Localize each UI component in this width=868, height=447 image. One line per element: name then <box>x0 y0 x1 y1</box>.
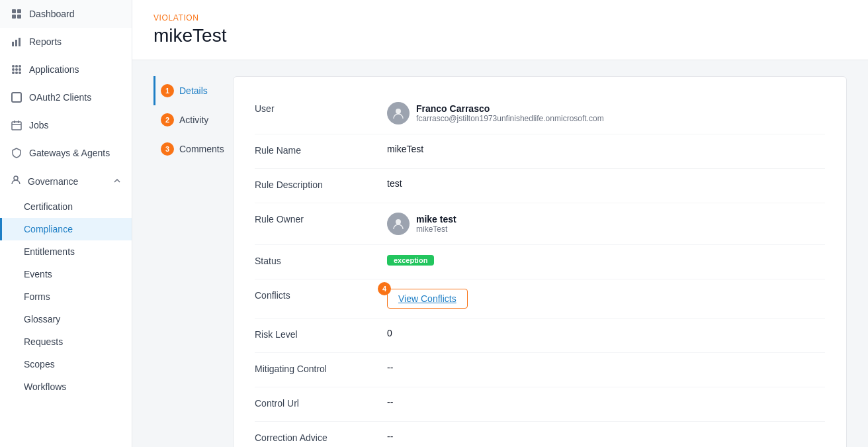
shield-icon <box>11 147 22 159</box>
rule-owner-label: Rule Owner <box>255 213 387 224</box>
rule-desc-value: test <box>387 178 825 189</box>
sidebar-item-label: Applications <box>29 64 79 75</box>
svg-rect-1 <box>17 9 21 13</box>
sidebar-item-jobs[interactable]: Jobs <box>0 111 132 139</box>
correction-value: -- <box>387 431 825 442</box>
sidebar-item-reports[interactable]: Reports <box>0 28 132 56</box>
avatar <box>387 102 410 124</box>
svg-point-8 <box>15 65 18 68</box>
detail-panel: User Franco Carrasco fcarrasco@jstilton1… <box>233 76 847 447</box>
sub-label: Glossary <box>24 314 60 324</box>
sidebar-item-applications[interactable]: Applications <box>0 56 132 83</box>
calendar-icon <box>11 119 22 131</box>
control-url-label: Control Url <box>255 397 387 409</box>
svg-rect-5 <box>15 40 17 46</box>
sidebar-sub-requests[interactable]: Requests <box>0 330 132 353</box>
user-label: User <box>255 102 387 114</box>
mitigating-value: -- <box>387 362 825 373</box>
sub-label: Compliance <box>24 224 73 234</box>
sidebar-sub-compliance[interactable]: Compliance <box>0 218 132 240</box>
person-icon <box>11 175 21 187</box>
risk-level-value: 0 <box>387 328 825 338</box>
user-email: fcarrasco@jstilton1973unfinishedlife.onm… <box>416 114 604 123</box>
grid-icon <box>11 8 22 20</box>
correction-row: Correction Advice -- <box>255 422 825 447</box>
control-url-value: -- <box>387 397 825 407</box>
sub-label: Scopes <box>24 359 55 370</box>
chevron-up-icon <box>113 176 121 187</box>
svg-point-14 <box>15 72 18 74</box>
rule-desc-row: Rule Description test <box>255 169 825 203</box>
user-value: Franco Carrasco fcarrasco@jstilton1973un… <box>387 102 825 124</box>
sidebar-sub-glossary[interactable]: Glossary <box>0 308 132 330</box>
sidebar-sub-workflows[interactable]: Workflows <box>0 375 132 398</box>
sub-label: Forms <box>24 291 50 302</box>
sidebar-item-label: Dashboard <box>29 9 75 19</box>
sidebar-sub-forms[interactable]: Forms <box>0 285 132 308</box>
svg-point-7 <box>12 65 15 68</box>
svg-point-11 <box>15 68 18 71</box>
rule-name-row: Rule Name mikeTest <box>255 134 825 169</box>
page-header: Violation mikeTest <box>132 0 868 60</box>
conflicts-value: 4 View Conflicts <box>387 289 825 309</box>
conflicts-step-badge: 4 <box>378 282 391 295</box>
sidebar-item-governance[interactable]: Governance <box>0 167 132 195</box>
sidebar-item-oauth2[interactable]: OAuth2 Clients <box>0 83 132 111</box>
risk-level-row: Risk Level 0 <box>255 319 825 353</box>
apps-icon <box>11 64 22 75</box>
main-content: Violation mikeTest 1 Details 2 Activity … <box>132 0 868 447</box>
svg-rect-6 <box>19 38 21 46</box>
sidebar-item-label: Jobs <box>29 120 49 130</box>
side-tabs: 1 Details 2 Activity 3 Comments <box>153 76 233 447</box>
breadcrumb: Violation <box>153 13 847 23</box>
svg-point-23 <box>396 219 401 224</box>
user-info: Franco Carrasco fcarrasco@jstilton1973un… <box>387 102 825 124</box>
svg-point-9 <box>19 65 21 68</box>
sidebar-item-label: Reports <box>29 36 62 47</box>
svg-rect-0 <box>12 9 16 13</box>
owner-avatar <box>387 213 410 235</box>
risk-level-label: Risk Level <box>255 328 387 340</box>
tab-label: Activity <box>179 115 208 125</box>
step-badge-2: 2 <box>161 113 174 126</box>
sidebar-sub-entitlements[interactable]: Entitlements <box>0 240 132 263</box>
control-url-row: Control Url -- <box>255 387 825 422</box>
sidebar-item-dashboard[interactable]: Dashboard <box>0 0 132 28</box>
owner-info: mike test mikeTest <box>387 213 825 235</box>
tab-activity[interactable]: 2 Activity <box>153 105 233 134</box>
svg-point-15 <box>19 72 21 74</box>
sidebar: Dashboard Reports Applications OAuth2 Cl… <box>0 0 132 447</box>
svg-point-21 <box>14 176 18 180</box>
sidebar-item-label: Gateways & Agents <box>29 148 110 158</box>
mitigating-label: Mitigating Control <box>255 362 387 374</box>
view-conflicts-button[interactable]: View Conflicts <box>387 289 468 309</box>
owner-name: mike test <box>416 214 456 224</box>
status-value: exception <box>387 254 825 266</box>
sub-label: Certification <box>24 201 73 212</box>
owner-sub: mikeTest <box>416 224 456 234</box>
user-name: Franco Carrasco <box>416 103 604 114</box>
sidebar-item-label: OAuth2 Clients <box>29 92 91 103</box>
status-label: Status <box>255 254 387 266</box>
sidebar-sub-events[interactable]: Events <box>0 263 132 285</box>
sidebar-sub-certification[interactable]: Certification <box>0 195 132 218</box>
step-badge-1: 1 <box>161 84 174 97</box>
svg-point-22 <box>396 109 401 114</box>
tab-comments[interactable]: 3 Comments <box>153 134 233 164</box>
step-badge-3: 3 <box>161 142 174 156</box>
sidebar-item-gateways[interactable]: Gateways & Agents <box>0 139 132 167</box>
svg-rect-4 <box>12 42 14 46</box>
owner-details: mike test mikeTest <box>416 214 456 234</box>
square-icon <box>11 91 22 103</box>
tab-label: Details <box>179 85 208 96</box>
rule-name-label: Rule Name <box>255 144 387 156</box>
sidebar-governance-label: Governance <box>28 176 78 187</box>
status-row: Status exception <box>255 245 825 279</box>
sidebar-sub-scopes[interactable]: Scopes <box>0 353 132 375</box>
conflicts-label: Conflicts <box>255 289 387 301</box>
tab-details[interactable]: 1 Details <box>153 76 233 105</box>
svg-rect-2 <box>12 15 16 19</box>
tab-label: Comments <box>179 144 224 154</box>
content-area: 1 Details 2 Activity 3 Comments User <box>132 60 868 447</box>
svg-point-12 <box>19 68 21 71</box>
